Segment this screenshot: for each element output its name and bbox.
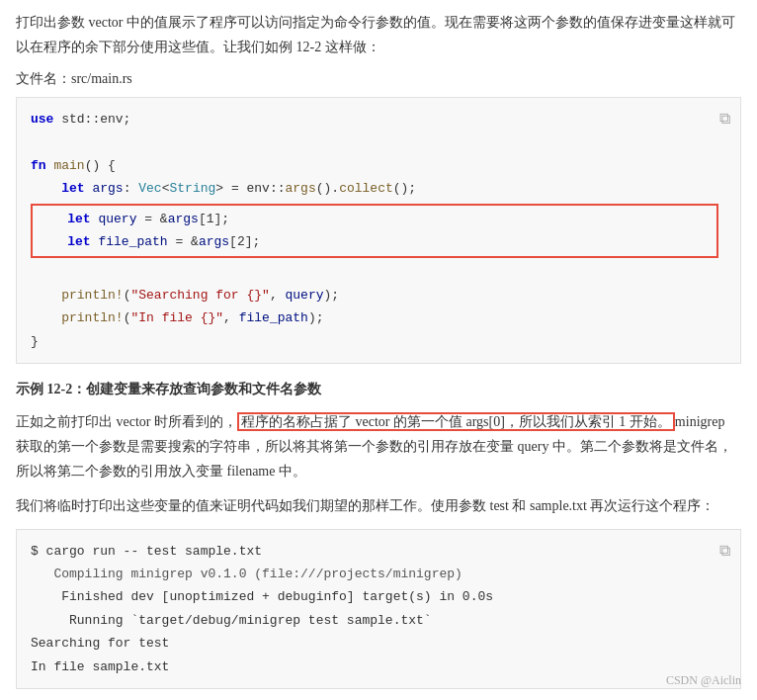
code-line-4: let args: Vec<String> = env::args().coll… — [31, 177, 726, 200]
code-line-3: fn main() { — [31, 154, 726, 177]
file-label: 文件名：src/main.rs — [16, 67, 741, 91]
terminal-line-5: Searching for test — [31, 632, 726, 655]
terminal-copy-icon[interactable]: ⧉ — [719, 538, 730, 567]
code-line-6: let file_path = &args[2]; — [37, 230, 713, 253]
copy-icon[interactable]: ⧉ — [719, 106, 730, 134]
body-paragraph-2: 我们将临时打印出这些变量的值来证明代码如我们期望的那样工作。使用参数 test … — [16, 493, 741, 518]
body-paragraph-1: 正如之前打印出 vector 时所看到的，程序的名称占据了 vector 的第一… — [16, 409, 741, 484]
csdn-watermark: CSDN @Aiclin — [666, 670, 741, 690]
code-line-10: } — [31, 330, 726, 353]
section-title: 示例 12-2：创建变量来存放查询参数和文件名参数 — [16, 378, 741, 401]
code-line-5: let query = &args[1]; — [37, 208, 713, 230]
code-line-1: use std::env; — [31, 108, 726, 131]
body-para1-before: 正如之前打印出 vector 时所看到的， — [16, 414, 237, 429]
code-block-main: ⧉ use std::env; fn main() { let args: Ve… — [16, 97, 741, 364]
code-line-8: println!("Searching for {}", query); — [31, 284, 726, 306]
code-line-blank — [31, 131, 726, 154]
terminal-block: ⧉ $ cargo run -- test sample.txt Compili… — [16, 529, 741, 689]
terminal-line-3: Finished dev [unoptimized + debuginfo] t… — [31, 585, 726, 608]
terminal-line-6: In file sample.txt — [31, 656, 726, 678]
code-line-blank2 — [31, 261, 726, 284]
code-line-9: println!("In file {}", file_path); — [31, 306, 726, 329]
terminal-line-1: $ cargo run -- test sample.txt — [31, 540, 726, 563]
terminal-line-4: Running `target/debug/minigrep test samp… — [31, 609, 726, 632]
body-para1-highlight: 程序的名称占据了 vector 的第一个值 args[0]，所以我们从索引 1 … — [237, 412, 675, 431]
terminal-line-2: Compiling minigrep v0.1.0 (file:///proje… — [31, 563, 726, 585]
highlighted-code-lines: let query = &args[1]; let file_path = &a… — [31, 204, 718, 258]
intro-paragraph: 打印出参数 vector 中的值展示了程序可以访问指定为命令行参数的值。现在需要… — [16, 10, 741, 59]
